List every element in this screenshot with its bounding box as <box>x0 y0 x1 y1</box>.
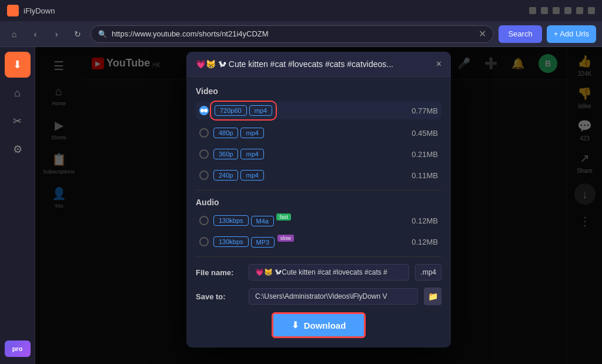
add-urls-button[interactable]: + Add Urls <box>547 25 596 43</box>
radio-240p[interactable] <box>199 171 209 180</box>
format-badges-240p: 240p mp4 <box>213 170 264 181</box>
format-row-720p[interactable]: 720p60 mp4 0.77MB <box>196 102 442 119</box>
size-360p: 0.21MB <box>412 150 438 159</box>
main-layout: ⬇ ⌂ ✂ ⚙ pro ☰ ⌂ Home ▶ Shorts 📋 Subscrip… <box>0 47 602 364</box>
video-section-label: Video <box>196 86 442 96</box>
download-label: Download <box>304 320 346 330</box>
app-sidebar: ⬇ ⌂ ✂ ⚙ pro <box>0 47 35 364</box>
back-button[interactable]: ‹ <box>27 26 44 42</box>
format-row-360p[interactable]: 360p mp4 0.21MB <box>196 146 442 162</box>
pro-badge: pro <box>5 340 31 357</box>
modal-overlay: 💗😸 🐿 Cute kitten #cat #lovecats #cats #c… <box>35 47 602 364</box>
resolution-badge-240p: 240p <box>213 170 238 181</box>
title-bar: iFlyDown 👤 🛒 ☰ — □ × <box>0 0 602 21</box>
resolution-badge-360p: 360p <box>213 149 238 159</box>
format-badges-360p: 360p mp4 <box>213 149 264 159</box>
dialog-close-button[interactable]: × <box>436 59 442 69</box>
dialog-body: Video 720p60 mp4 0.77MB <box>186 77 451 348</box>
sidebar-item-settings[interactable]: ⚙ <box>5 136 31 162</box>
home-nav-button[interactable]: ⌂ <box>6 26 22 42</box>
format-row-480p[interactable]: 480p mp4 0.45MB <box>196 125 442 141</box>
url-input[interactable] <box>112 29 474 38</box>
close-button[interactable]: × <box>588 7 595 14</box>
title-bar-left: iFlyDown <box>7 5 55 16</box>
resolution-badge-720p: 720p60 <box>215 105 247 116</box>
address-bar: 🔍 ✕ <box>91 25 494 43</box>
window-controls: 👤 🛒 ☰ — □ × <box>529 7 595 14</box>
radio-m4a[interactable] <box>199 216 209 225</box>
sidebar-item-scissors[interactable]: ✂ <box>5 108 31 134</box>
format-badges-m4a: 130kbps M4a fast <box>213 215 291 226</box>
radio-mp3[interactable] <box>199 237 209 246</box>
refresh-button[interactable]: ↻ <box>69 26 86 42</box>
dialog-header: 💗😸 🐿 Cute kitten #cat #lovecats #cats #c… <box>186 52 451 77</box>
maximize-button[interactable]: □ <box>576 7 583 14</box>
browser-content: ☰ ⌂ Home ▶ Shorts 📋 Subscriptions 👤 You <box>35 47 602 364</box>
speed-tag-slow: slow <box>277 235 294 242</box>
cart-icon[interactable]: 🛒 <box>541 7 548 14</box>
sidebar-bottom: pro <box>2 338 33 359</box>
app-title: iFlyDown <box>24 6 55 15</box>
format-row-mp3[interactable]: 130kbps MP3 slow 0.12MB <box>196 234 442 249</box>
saveto-label: Save to: <box>196 292 243 301</box>
download-icon: ⬇ <box>292 320 299 330</box>
container-badge-360p: mp4 <box>240 149 263 159</box>
sidebar-item-download[interactable]: ⬇ <box>5 52 31 78</box>
file-extension: .mp4 <box>415 264 442 280</box>
format-badges-mp3: 130kbps MP3 slow <box>213 236 294 247</box>
minimize-button[interactable]: — <box>564 7 571 14</box>
bitrate-badge-mp3: 130kbps <box>213 236 249 247</box>
size-480p: 0.45MB <box>412 129 438 138</box>
filename-label: File name: <box>196 268 243 277</box>
container-badge-240p: mp4 <box>240 170 263 181</box>
size-mp3: 0.12MB <box>412 238 438 246</box>
container-badge-480p: mp4 <box>240 128 263 138</box>
account-icon[interactable]: 👤 <box>529 7 536 14</box>
download-button[interactable]: ⬇ Download <box>272 312 366 338</box>
radio-360p[interactable] <box>199 149 209 159</box>
format-row-240p[interactable]: 240p mp4 0.11MB <box>196 168 442 183</box>
section-divider <box>196 190 442 191</box>
size-m4a: 0.12MB <box>412 216 438 225</box>
sidebar-item-home[interactable]: ⌂ <box>5 80 31 106</box>
container-wrapper-mp3: MP3 slow <box>251 236 294 247</box>
browser-toolbar: ⌂ ‹ › ↻ 🔍 ✕ Search + Add Urls <box>0 21 602 47</box>
container-badge-720p: mp4 <box>249 105 272 116</box>
saveto-path[interactable]: C:\Users\Administrator\Videos\iFlyDown V <box>249 288 418 305</box>
container-wrapper-m4a: M4a fast <box>251 215 291 226</box>
filename-row: File name: 💗😸 🐿Cute kitten #cat #lovecat… <box>196 264 442 280</box>
speed-tag-fast: fast <box>276 213 291 221</box>
download-dialog: 💗😸 🐿 Cute kitten #cat #lovecats #cats #c… <box>186 52 451 348</box>
menu-icon[interactable]: ☰ <box>553 7 560 14</box>
audio-section-label: Audio <box>196 198 442 207</box>
radio-480p[interactable] <box>199 128 209 138</box>
app-icon <box>7 5 19 16</box>
filename-value[interactable]: 💗😸 🐿Cute kitten #cat #lovecats #cats # <box>249 264 409 280</box>
browse-folder-button[interactable]: 📁 <box>424 288 442 305</box>
clear-url-icon[interactable]: ✕ <box>479 28 486 39</box>
saveto-row: Save to: C:\Users\Administrator\Videos\i… <box>196 288 442 305</box>
search-button[interactable]: Search <box>499 25 541 43</box>
format-badges-720p: 720p60 mp4 <box>213 104 273 117</box>
size-240p: 0.11MB <box>412 171 438 180</box>
format-badges-480p: 480p mp4 <box>213 128 264 138</box>
container-badge-m4a: M4a <box>251 216 274 226</box>
format-row-m4a[interactable]: 130kbps M4a fast 0.12MB <box>196 213 442 228</box>
dialog-title: 💗😸 🐿 Cute kitten #cat #lovecats #cats #c… <box>196 59 393 69</box>
container-badge-mp3: MP3 <box>251 237 275 248</box>
location-icon: 🔍 <box>98 30 107 38</box>
radio-720p[interactable] <box>199 106 209 115</box>
bitrate-badge-m4a: 130kbps <box>213 215 249 226</box>
resolution-badge-480p: 480p <box>213 128 238 138</box>
divider-2 <box>196 256 442 257</box>
forward-button[interactable]: › <box>48 26 65 42</box>
size-720p: 0.77MB <box>412 106 438 115</box>
